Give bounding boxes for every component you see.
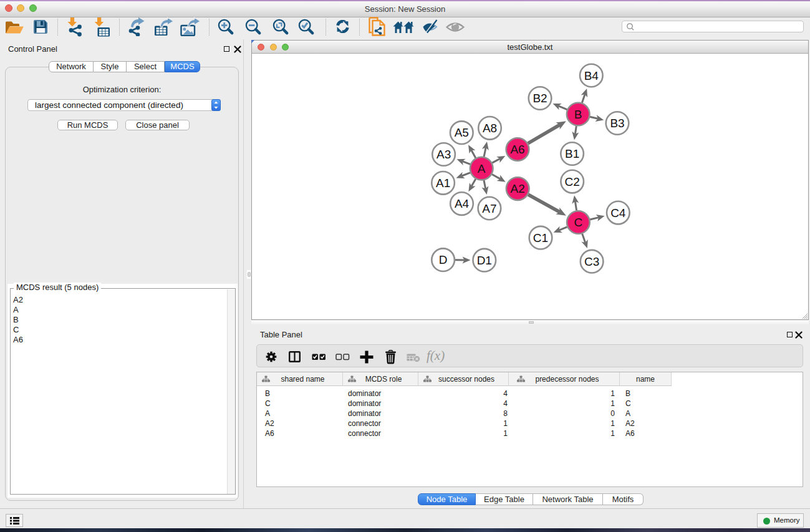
svg-text:C2: C2 <box>565 175 580 188</box>
svg-text:B: B <box>574 108 582 121</box>
svg-text:D: D <box>439 253 448 266</box>
svg-text:A1: A1 <box>436 177 450 190</box>
svg-text:A2: A2 <box>511 182 525 195</box>
svg-text:B2: B2 <box>533 92 547 105</box>
svg-text:A5: A5 <box>455 126 469 139</box>
svg-text:C1: C1 <box>533 231 548 244</box>
svg-text:B3: B3 <box>610 117 624 130</box>
svg-text:A6: A6 <box>510 143 524 156</box>
svg-text:C3: C3 <box>584 255 599 268</box>
svg-text:B4: B4 <box>584 69 599 82</box>
svg-text:A7: A7 <box>482 202 496 215</box>
svg-text:C: C <box>574 216 583 229</box>
svg-text:A: A <box>478 162 486 175</box>
svg-text:C4: C4 <box>610 206 626 220</box>
svg-text:A8: A8 <box>483 122 497 135</box>
svg-text:A4: A4 <box>455 197 470 210</box>
svg-text:B1: B1 <box>565 147 579 160</box>
svg-text:D1: D1 <box>477 254 492 267</box>
svg-text:A3: A3 <box>436 148 451 161</box>
